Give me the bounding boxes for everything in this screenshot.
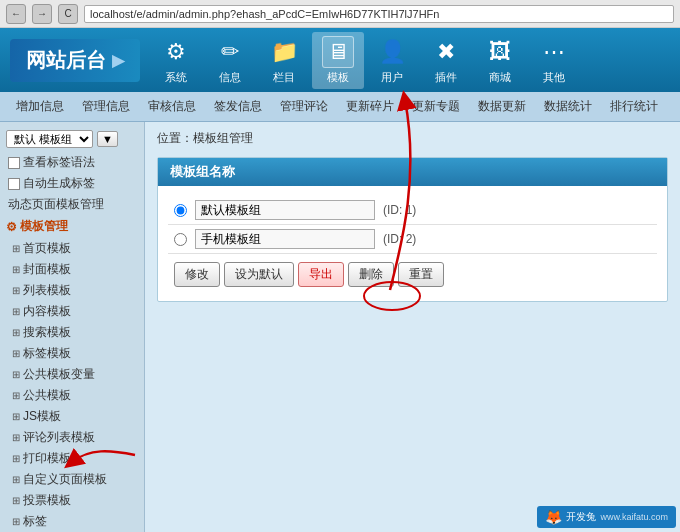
panel-body: (ID: 1) (ID: 2) 修改 设为默认 导出 删除 重置 — [158, 186, 667, 301]
sidebar-item-js-template[interactable]: ⊞ JS模板 — [0, 406, 144, 427]
content-area: 位置：模板组管理 模板组名称 (ID: 1) (ID: 2) 修改 — [145, 122, 680, 532]
shop-icon: 🖼 — [484, 36, 516, 68]
breadcrumb: 位置：模板组管理 — [157, 130, 668, 147]
system-icon: ⚙ — [160, 36, 192, 68]
sidebar-item-content-template[interactable]: ⊞ 内容模板 — [0, 301, 144, 322]
template-id-1: (ID: 1) — [383, 203, 416, 217]
template-name-input-2[interactable] — [195, 229, 375, 249]
header: 网站后台 ▶ ⚙ 系统 ✏ 信息 📁 栏目 🖥 模板 👤 用户 — [0, 28, 680, 92]
subnav-rank-stats[interactable]: 排行统计 — [602, 96, 666, 117]
sidebar: 默认 模板组 ▼ 查看标签语法 自动生成标签 动态页面模板管理 ⚙ 模板管理 ⊞ — [0, 122, 145, 532]
subnav-update-topic[interactable]: 更新专题 — [404, 96, 468, 117]
expand-icon: ⊞ — [12, 285, 20, 296]
plugin-icon: ✖ — [430, 36, 462, 68]
nav-icons: ⚙ 系统 ✏ 信息 📁 栏目 🖥 模板 👤 用户 ✖ 插件 — [150, 32, 670, 89]
expand-icon: ⊞ — [12, 453, 20, 464]
subnav-manage-review[interactable]: 管理评论 — [272, 96, 336, 117]
reset-button[interactable]: 重置 — [398, 262, 444, 287]
subnav-audit-info[interactable]: 审核信息 — [140, 96, 204, 117]
nav-column[interactable]: 📁 栏目 — [258, 32, 310, 89]
subnav-add-info[interactable]: 增加信息 — [8, 96, 72, 117]
sidebar-item-cover-template[interactable]: ⊞ 封面模板 — [0, 259, 144, 280]
back-button[interactable]: ← — [6, 4, 26, 24]
expand-icon: ⊞ — [12, 264, 20, 275]
export-button[interactable]: 导出 — [298, 262, 344, 287]
panel-header: 模板组名称 — [158, 158, 667, 186]
nav-template[interactable]: 🖥 模板 — [312, 32, 364, 89]
subnav-data-update[interactable]: 数据更新 — [470, 96, 534, 117]
main-layout: 默认 模板组 ▼ 查看标签语法 自动生成标签 动态页面模板管理 ⚙ 模板管理 ⊞ — [0, 122, 680, 532]
sidebar-item-tag-template[interactable]: ⊞ 标签模板 — [0, 343, 144, 364]
expand-icon: ⊞ — [12, 348, 20, 359]
expand-icon: ⊞ — [12, 411, 20, 422]
table-row: (ID: 2) — [168, 225, 657, 254]
sidebar-item-custom-template[interactable]: ⊞ 自定义页面模板 — [0, 469, 144, 490]
url-bar[interactable] — [84, 5, 674, 23]
radio-group2[interactable] — [174, 233, 187, 246]
nav-other[interactable]: ⋯ 其他 — [528, 32, 580, 89]
forward-button[interactable]: → — [32, 4, 52, 24]
content-panel: 模板组名称 (ID: 1) (ID: 2) 修改 设为默认 — [157, 157, 668, 302]
sidebar-item-list-template[interactable]: ⊞ 列表模板 — [0, 280, 144, 301]
template-name-input-1[interactable] — [195, 200, 375, 220]
expand-icon: ⊞ — [12, 432, 20, 443]
expand-icon: ⊞ — [12, 243, 20, 254]
table-row: (ID: 1) — [168, 196, 657, 225]
refresh-button[interactable]: C — [58, 4, 78, 24]
watermark-url: www.kaifatu.com — [600, 512, 668, 522]
sidebar-item-vote-template[interactable]: ⊞ 投票模板 — [0, 490, 144, 511]
expand-icon: ⊞ — [12, 516, 20, 527]
expand-icon: ⊞ — [12, 474, 20, 485]
sidebar-item-search-template[interactable]: ⊞ 搜索模板 — [0, 322, 144, 343]
sidebar-item-view-tag[interactable]: 查看标签语法 — [0, 152, 144, 173]
checkbox-view-tag[interactable] — [8, 157, 20, 169]
subnav-update-snippet[interactable]: 更新碎片 — [338, 96, 402, 117]
sidebar-item-tags[interactable]: ⊞ 标签 — [0, 511, 144, 532]
subnav-manage-info[interactable]: 管理信息 — [74, 96, 138, 117]
column-icon: 📁 — [268, 36, 300, 68]
set-default-button[interactable]: 设为默认 — [224, 262, 294, 287]
site-title: 网站后台 ▶ — [10, 39, 140, 82]
template-id-2: (ID: 2) — [383, 232, 416, 246]
sidebar-item-auto-tag[interactable]: 自动生成标签 — [0, 173, 144, 194]
radio-group1[interactable] — [174, 204, 187, 217]
sidebar-item-public-template[interactable]: ⊞ 公共模板 — [0, 385, 144, 406]
nav-info[interactable]: ✏ 信息 — [204, 32, 256, 89]
watermark-icon: 🦊 — [545, 509, 562, 525]
user-icon: 👤 — [376, 36, 408, 68]
checkbox-auto-tag[interactable] — [8, 178, 20, 190]
expand-icon: ⊞ — [12, 495, 20, 506]
watermark: 🦊 开发兔 www.kaifatu.com — [537, 506, 676, 528]
nav-shop[interactable]: 🖼 商城 — [474, 32, 526, 89]
info-icon: ✏ — [214, 36, 246, 68]
expand-icon: ⊞ — [12, 306, 20, 317]
sidebar-item-print-template[interactable]: ⊞ 打印模板 — [0, 448, 144, 469]
subnav-publish-info[interactable]: 签发信息 — [206, 96, 270, 117]
nav-user[interactable]: 👤 用户 — [366, 32, 418, 89]
expand-icon: ⊞ — [12, 327, 20, 338]
sidebar-section-template: ⚙ 模板管理 — [0, 215, 144, 238]
sidebar-item-public-var[interactable]: ⊞ 公共模板变量 — [0, 364, 144, 385]
group-select-btn[interactable]: ▼ — [97, 131, 118, 147]
expand-icon: ⊞ — [12, 390, 20, 401]
sidebar-group-select: 默认 模板组 ▼ — [6, 130, 138, 148]
sub-nav: 增加信息 管理信息 审核信息 签发信息 管理评论 更新碎片 更新专题 数据更新 … — [0, 92, 680, 122]
nav-system[interactable]: ⚙ 系统 — [150, 32, 202, 89]
gear-icon: ⚙ — [6, 220, 17, 234]
edit-button[interactable]: 修改 — [174, 262, 220, 287]
template-group-select[interactable]: 默认 模板组 — [6, 130, 93, 148]
other-icon: ⋯ — [538, 36, 570, 68]
action-buttons: 修改 设为默认 导出 删除 重置 — [168, 254, 657, 291]
sidebar-item-home-template[interactable]: ⊞ 首页模板 — [0, 238, 144, 259]
delete-button[interactable]: 删除 — [348, 262, 394, 287]
template-icon: 🖥 — [322, 36, 354, 68]
subnav-data-stats[interactable]: 数据统计 — [536, 96, 600, 117]
nav-plugin[interactable]: ✖ 插件 — [420, 32, 472, 89]
expand-icon: ⊞ — [12, 369, 20, 380]
sidebar-item-dynamic-template[interactable]: 动态页面模板管理 — [0, 194, 144, 215]
sidebar-item-comment-template[interactable]: ⊞ 评论列表模板 — [0, 427, 144, 448]
browser-bar: ← → C — [0, 0, 680, 28]
header-arrow: ▶ — [112, 51, 124, 70]
